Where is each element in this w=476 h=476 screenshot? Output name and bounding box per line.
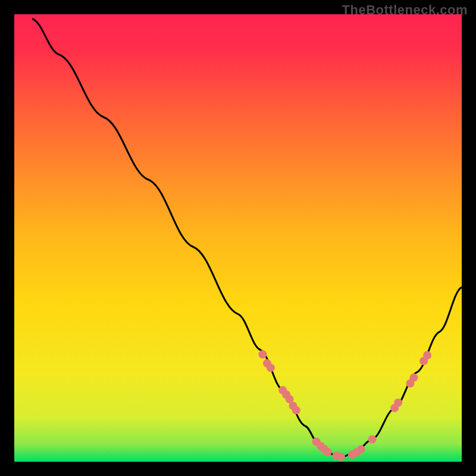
- data-marker: [394, 399, 402, 407]
- data-marker: [292, 406, 300, 415]
- data-marker: [258, 350, 267, 359]
- chart-svg: [14, 14, 462, 462]
- data-marker: [410, 374, 418, 382]
- data-marker: [368, 435, 377, 443]
- chart-container: [14, 14, 462, 462]
- data-marker: [337, 453, 345, 461]
- data-marker: [357, 445, 365, 453]
- gradient-background: [14, 14, 462, 462]
- data-marker: [267, 364, 275, 372]
- data-marker: [423, 351, 431, 359]
- attribution-text: TheBottleneck.com: [342, 2, 468, 18]
- data-marker: [323, 448, 331, 456]
